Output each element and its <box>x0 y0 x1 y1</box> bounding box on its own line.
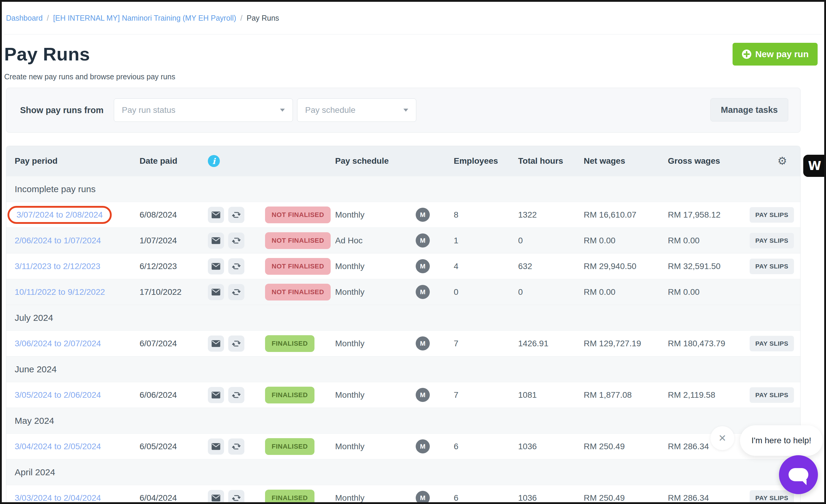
gross-wages-value: RM 180,473.79 <box>668 339 725 349</box>
net-wages-value: RM 0.00 <box>584 236 615 245</box>
pay-slips-button[interactable]: PAY SLIPS <box>750 207 794 223</box>
employees-cell: 6 <box>437 442 507 451</box>
pay-schedule-select[interactable]: Pay schedule <box>297 99 416 122</box>
section-title: Incomplete pay runs <box>15 184 96 194</box>
section-header-row: July 2024 <box>6 305 800 330</box>
schedule-badge-cell: M <box>405 491 437 504</box>
date-paid-value: 6/12/2023 <box>139 262 177 271</box>
pay-run-status-placeholder: Pay run status <box>122 105 176 115</box>
pay-period-link[interactable]: 3/06/2024 to 2/07/2024 <box>15 339 101 349</box>
breadcrumb-dashboard-link[interactable]: Dashboard <box>6 14 43 22</box>
schedule-initial-badge: M <box>416 234 430 248</box>
recalculate-button[interactable] <box>228 490 244 504</box>
email-pay-slips-button[interactable] <box>208 438 224 455</box>
pay-period-link[interactable]: 3/05/2024 to 2/06/2024 <box>15 390 101 400</box>
pay-schedule-cell: Monthly <box>330 339 405 349</box>
side-tab-widget[interactable]: W <box>803 155 826 177</box>
pay-period-cell: 3/06/2024 to 2/07/2024 <box>6 339 133 349</box>
recalculate-button[interactable] <box>228 438 244 455</box>
pay-schedule-value: Monthly <box>335 210 364 220</box>
pay-slips-button[interactable]: PAY SLIPS <box>750 490 794 504</box>
employees-cell: 7 <box>437 339 507 349</box>
employees-cell: 0 <box>437 287 507 297</box>
schedule-initial-badge: M <box>416 388 430 402</box>
date-paid-value: 6/04/2024 <box>139 493 177 503</box>
recalculate-button[interactable] <box>228 335 244 352</box>
pay-period-link[interactable]: 3/03/2024 to 2/04/2024 <box>15 493 101 503</box>
col-total-hours: Total hours <box>507 156 577 166</box>
recalculate-button[interactable] <box>228 284 244 300</box>
col-net-wages: Net wages <box>577 156 659 166</box>
gross-wages-value: RM 2,119.58 <box>668 390 715 400</box>
date-paid-cell: 6/05/2024 <box>133 442 202 451</box>
pay-slips-cell: PAY SLIPS <box>745 387 800 403</box>
gear-icon[interactable]: ⚙ <box>777 155 787 167</box>
col-pay-schedule: Pay schedule <box>330 156 405 166</box>
total-hours-value: 1036 <box>518 493 537 503</box>
total-hours-cell: 1036 <box>507 493 577 503</box>
filter-label: Show pay runs from <box>20 105 104 115</box>
row-actions-cell <box>202 233 260 249</box>
sync-icon <box>232 236 241 245</box>
pay-period-cell: 3/04/2024 to 2/05/2024 <box>6 442 133 451</box>
email-pay-slips-button[interactable] <box>208 258 224 274</box>
gross-wages-value: RM 0.00 <box>668 287 700 297</box>
pay-period-link[interactable]: 10/11/2022 to 9/12/2022 <box>15 287 105 297</box>
pay-slips-button[interactable]: PAY SLIPS <box>750 233 794 248</box>
recalculate-button[interactable] <box>228 258 244 274</box>
net-wages-value: RM 250.49 <box>584 493 625 503</box>
pay-period-link[interactable]: 3/07/2024 to 2/08/2024 <box>16 210 103 220</box>
pay-schedule-cell: Monthly <box>330 390 405 400</box>
new-pay-run-button[interactable]: New pay run <box>732 43 818 66</box>
status-cell: NOT FINALISED <box>260 232 330 249</box>
pay-run-status-select[interactable]: Pay run status <box>114 99 293 122</box>
breadcrumb-org-link[interactable]: [EH INTERNAL MY] Naminori Training (MY E… <box>53 14 236 22</box>
recalculate-button[interactable] <box>228 233 244 249</box>
date-paid-cell: 6/06/2024 <box>133 390 202 400</box>
date-paid-cell: 6/12/2023 <box>133 262 202 271</box>
row-actions-cell <box>202 284 260 300</box>
email-pay-slips-button[interactable] <box>208 335 224 352</box>
total-hours-cell: 1081 <box>507 390 577 400</box>
pay-run-row: 3/05/2024 to 2/06/20246/06/2024 FINALISE… <box>6 382 800 407</box>
pay-slips-cell: PAY SLIPS <box>745 336 800 352</box>
date-paid-value: 6/05/2024 <box>139 442 177 451</box>
chat-tooltip-close-button[interactable]: ✕ <box>710 426 734 450</box>
row-actions-cell <box>202 387 260 403</box>
email-pay-slips-button[interactable] <box>208 490 224 504</box>
pay-period-link[interactable]: 2/06/2024 to 1/07/2024 <box>15 236 101 245</box>
date-paid-cell: 17/10/2022 <box>133 287 202 297</box>
info-icon[interactable]: i <box>208 155 220 167</box>
pay-slips-button[interactable]: PAY SLIPS <box>750 259 794 274</box>
pay-slips-button[interactable]: PAY SLIPS <box>750 387 794 403</box>
gross-wages-value: RM 286.34 <box>668 442 709 451</box>
recalculate-button[interactable] <box>228 387 244 403</box>
email-pay-slips-button[interactable] <box>208 284 224 300</box>
pay-run-row: 3/07/2024 to 2/08/20246/08/2024 NOT FINA… <box>6 202 800 228</box>
status-cell: FINALISED <box>260 387 330 403</box>
chat-launcher-button[interactable] <box>779 455 818 494</box>
date-paid-value: 17/10/2022 <box>139 287 181 297</box>
email-pay-slips-button[interactable] <box>208 207 224 223</box>
total-hours-value: 632 <box>518 262 532 271</box>
section-header-row: April 2024 <box>6 459 800 485</box>
recalculate-button[interactable] <box>228 207 244 223</box>
breadcrumb-separator: / <box>240 14 243 22</box>
email-pay-slips-button[interactable] <box>208 233 224 249</box>
status-cell: FINALISED <box>260 490 330 504</box>
total-hours-cell: 0 <box>507 287 577 297</box>
gross-wages-value: RM 0.00 <box>668 236 700 245</box>
total-hours-cell: 1036 <box>507 442 577 451</box>
pay-schedule-value: Monthly <box>335 390 364 400</box>
date-paid-cell: 6/04/2024 <box>133 493 202 503</box>
schedule-initial-badge: M <box>416 208 430 222</box>
status-badge: NOT FINALISED <box>265 284 331 301</box>
manage-tasks-button[interactable]: Manage tasks <box>710 98 788 122</box>
filter-panel: Show pay runs from Pay run status Pay sc… <box>6 88 801 133</box>
pay-period-link[interactable]: 3/04/2024 to 2/05/2024 <box>15 442 101 451</box>
email-pay-slips-button[interactable] <box>208 387 224 403</box>
sync-icon <box>232 442 241 451</box>
pay-slips-button[interactable]: PAY SLIPS <box>750 336 794 352</box>
pay-period-link[interactable]: 3/11/2023 to 2/12/2023 <box>15 262 100 271</box>
app-window: Dashboard / [EH INTERNAL MY] Naminori Tr… <box>0 0 826 504</box>
